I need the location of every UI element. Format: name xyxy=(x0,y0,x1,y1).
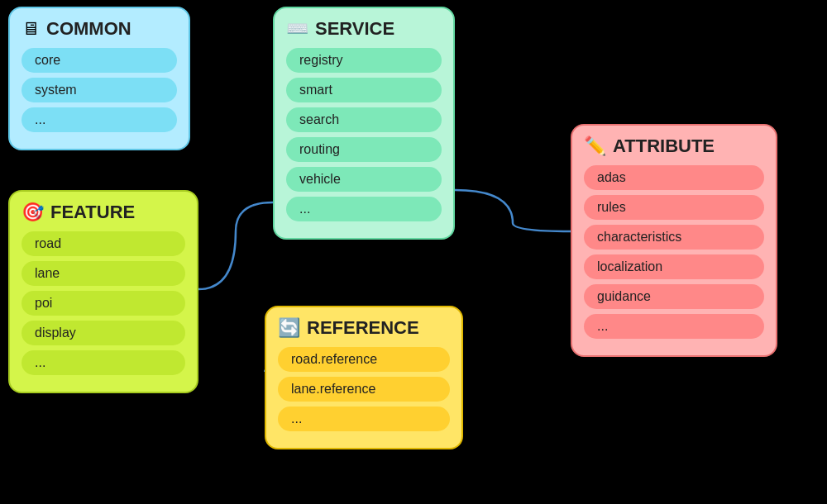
reference-icon: 🔄 xyxy=(278,317,300,339)
list-item: registry xyxy=(286,48,442,73)
list-item: ... xyxy=(278,407,450,431)
service-title: SERVICE xyxy=(315,18,394,40)
list-item: ... xyxy=(584,314,764,339)
list-item: ... xyxy=(22,350,185,375)
list-item: poi xyxy=(22,291,185,316)
list-item: routing xyxy=(286,137,442,162)
common-header: 🖥 COMMON xyxy=(22,18,177,40)
common-module: 🖥 COMMON core system ... xyxy=(8,7,190,150)
reference-header: 🔄 REFERENCE xyxy=(278,317,450,339)
feature-module: 🎯 FEATURE road lane poi display ... xyxy=(8,190,198,393)
feature-icon: 🎯 xyxy=(22,202,44,223)
list-item: system xyxy=(22,78,177,102)
list-item: road xyxy=(22,231,185,256)
reference-module: 🔄 REFERENCE road.reference lane.referenc… xyxy=(265,306,463,449)
attribute-module: ✏️ ATTRIBUTE adas rules characteristics … xyxy=(571,124,777,357)
list-item: rules xyxy=(584,195,764,220)
list-item: ... xyxy=(22,107,177,132)
list-item: search xyxy=(286,107,442,132)
list-item: vehicle xyxy=(286,167,442,192)
list-item: characteristics xyxy=(584,225,764,250)
list-item: display xyxy=(22,321,185,345)
list-item: lane xyxy=(22,261,185,286)
common-icon: 🖥 xyxy=(22,18,40,40)
list-item: lane.reference xyxy=(278,377,450,402)
common-title: COMMON xyxy=(46,18,131,40)
list-item: adas xyxy=(584,165,764,190)
attribute-icon: ✏️ xyxy=(584,136,606,157)
reference-title: REFERENCE xyxy=(307,317,419,339)
list-item: core xyxy=(22,48,177,73)
list-item: smart xyxy=(286,78,442,102)
attribute-header: ✏️ ATTRIBUTE xyxy=(584,136,764,157)
feature-title: FEATURE xyxy=(50,202,135,223)
list-item: guidance xyxy=(584,284,764,309)
list-item: road.reference xyxy=(278,347,450,372)
feature-header: 🎯 FEATURE xyxy=(22,202,185,223)
list-item: localization xyxy=(584,254,764,279)
attribute-title: ATTRIBUTE xyxy=(613,136,715,157)
service-icon: ⌨️ xyxy=(286,18,308,40)
service-header: ⌨️ SERVICE xyxy=(286,18,442,40)
service-module: ⌨️ SERVICE registry smart search routing… xyxy=(273,7,455,240)
list-item: ... xyxy=(286,197,442,221)
